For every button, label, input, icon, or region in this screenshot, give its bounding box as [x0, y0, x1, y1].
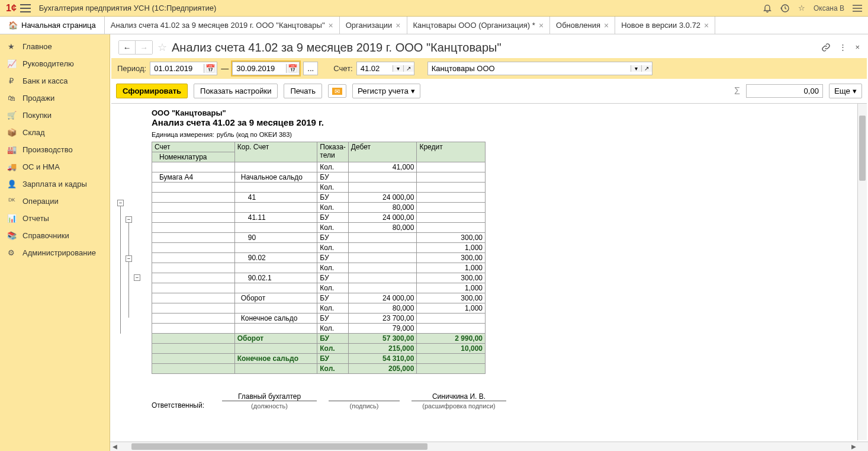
tree-collapse-icon[interactable]: −	[134, 274, 140, 281]
sidebar-item-label: Покупки	[22, 111, 52, 120]
person-icon: 👤	[7, 180, 15, 188]
user-label[interactable]: Оксана В	[814, 4, 844, 12]
close-icon[interactable]: ×	[396, 21, 400, 30]
chevron-down-icon: ▾	[411, 87, 415, 95]
chevron-down-icon[interactable]: ▾	[631, 65, 641, 72]
table-row[interactable]: Кол.1,000	[152, 283, 486, 293]
sidebar-item-main[interactable]: ★Главное	[0, 38, 110, 55]
table-row[interactable]: 41.11БУ24 000,00	[152, 213, 486, 223]
nav-forward-button[interactable]: →	[136, 41, 152, 54]
report-title: Анализ счета 41.02 за 9 месяцев 2019 г.	[152, 117, 857, 127]
table-row[interactable]: Кол.80,000	[152, 203, 486, 213]
scrollbar-vertical[interactable]	[857, 104, 867, 440]
period-label: Период:	[117, 64, 146, 73]
table-row[interactable]: Кол.80,000	[152, 223, 486, 233]
form-button[interactable]: Сформировать	[116, 84, 188, 98]
account-field[interactable]: ▾ ↗	[356, 62, 414, 75]
calendar-icon[interactable]: 📅	[286, 64, 299, 73]
scrollbar-horizontal[interactable]: ◄ ►	[110, 442, 868, 451]
table-row[interactable]: Конечное сальдоБУ23 700,00	[152, 314, 486, 324]
sidebar-item-bank[interactable]: ₽Банк и касса	[0, 72, 110, 89]
close-icon[interactable]: ×	[855, 43, 860, 52]
topbar: 1¢ Бухгалтерия предприятия УСН (1С:Предп…	[0, 0, 868, 17]
tab-new-version[interactable]: Новое в версии 3.0.72 ×	[615, 17, 715, 34]
tab-updates[interactable]: Обновления ×	[550, 17, 615, 34]
sidebar-item-hr[interactable]: 👤Зарплата и кадры	[0, 175, 110, 193]
calendar-icon[interactable]: 📅	[204, 64, 217, 73]
tree-collapse-icon[interactable]: −	[126, 216, 132, 223]
menu-icon[interactable]	[20, 4, 31, 12]
tree-collapse-icon[interactable]: −	[117, 200, 124, 206]
open-icon[interactable]: ↗	[403, 65, 414, 72]
close-icon[interactable]: ×	[329, 21, 333, 30]
tab-label: Анализ счета 41.02 за 9 месяцев 2019 г. …	[111, 21, 325, 30]
close-icon[interactable]: ×	[539, 21, 544, 30]
tab-analysis[interactable]: Анализ счета 41.02 за 9 месяцев 2019 г. …	[105, 17, 340, 34]
col-nomenclature: Номенклатура	[152, 152, 235, 162]
dash: —	[221, 64, 229, 73]
close-icon[interactable]: ×	[704, 21, 709, 30]
sum-input[interactable]	[746, 84, 823, 98]
envelope-icon: ✉	[332, 88, 342, 95]
sidebar-item-operations[interactable]: ᴰᴷОперации	[0, 193, 110, 210]
table-row[interactable]: ОборотБУ24 000,00300,00	[152, 293, 486, 303]
date-from-field[interactable]: 📅	[150, 62, 217, 75]
toolbar: Сформировать Показать настройки Печать ✉…	[110, 79, 868, 103]
sidebar-item-assets[interactable]: 🚚ОС и НМА	[0, 158, 110, 175]
table-row[interactable]: Кол.41,000	[152, 162, 486, 172]
tab-home[interactable]: 🏠 Начальная страница	[0, 17, 105, 34]
settings-button[interactable]: Показать настройки	[194, 84, 278, 98]
more-button[interactable]: Еще ▾	[829, 84, 862, 98]
tree-collapse-icon[interactable]: −	[126, 255, 132, 262]
date-to-field[interactable]: 📅	[232, 62, 300, 75]
chevron-down-icon[interactable]: ▾	[393, 65, 403, 72]
table-row[interactable]: Кол.79,000	[152, 324, 486, 334]
account-input[interactable]	[357, 62, 393, 75]
col-indicators: Показа-тели	[317, 142, 349, 162]
table-row[interactable]: 90.02.1БУ300,00	[152, 273, 486, 283]
email-button[interactable]: ✉	[328, 84, 346, 98]
sidebar-item-manager[interactable]: 📈Руководителю	[0, 55, 110, 72]
table-row[interactable]: 41БУ24 000,00	[152, 193, 486, 203]
favorite-icon[interactable]: ☆	[157, 41, 167, 54]
tab-org-card[interactable]: Канцтовары ООО (Организация) * ×	[407, 17, 551, 34]
period-select-button[interactable]: ...	[303, 62, 318, 75]
scroll-right-icon[interactable]: ►	[849, 442, 859, 451]
scroll-left-icon[interactable]: ◄	[110, 442, 120, 451]
table-row[interactable]: Кол.1,000	[152, 263, 486, 273]
nav-back-button[interactable]: ←	[119, 41, 136, 54]
sidebar-item-label: Производство	[22, 145, 73, 154]
table-row[interactable]: Кол.80,0001,000	[152, 303, 486, 314]
sidebar-item-purchases[interactable]: 🛒Покупки	[0, 107, 110, 124]
tabs-row: 🏠 Начальная страница Анализ счета 41.02 …	[0, 17, 868, 34]
tab-organizations[interactable]: Организации ×	[340, 17, 407, 34]
sidebar-item-reports[interactable]: 📊Отчеты	[0, 210, 110, 227]
star-icon[interactable]: ☆	[798, 4, 805, 12]
ruble-icon: ₽	[7, 76, 15, 85]
close-icon[interactable]: ×	[604, 21, 609, 30]
date-to-input[interactable]	[233, 62, 286, 75]
table-row[interactable]: Кол.	[152, 183, 486, 193]
table-row[interactable]: 90БУ300,00	[152, 233, 486, 243]
sidebar-item-directories[interactable]: 📚Справочники	[0, 227, 110, 244]
table-total-row: Кол.215,00010,000	[152, 344, 486, 354]
table-row[interactable]: Кол.1,000	[152, 243, 486, 253]
open-icon[interactable]: ↗	[641, 65, 652, 72]
sidebar-item-admin[interactable]: ⚙Администрирование	[0, 244, 110, 261]
bell-icon[interactable]	[763, 4, 772, 13]
table-row[interactable]: 90.02БУ300,00	[152, 253, 486, 263]
register-button[interactable]: Регистр учета ▾	[352, 84, 420, 98]
print-button[interactable]: Печать	[284, 84, 322, 98]
sidebar-item-warehouse[interactable]: 📦Склад	[0, 124, 110, 141]
sidebar-item-label: Справочники	[22, 231, 69, 240]
sidebar-item-production[interactable]: 🏭Производство	[0, 141, 110, 158]
panel-icon[interactable]	[853, 5, 862, 12]
history-icon[interactable]	[780, 4, 790, 13]
date-from-input[interactable]	[150, 62, 204, 75]
link-icon[interactable]	[821, 43, 831, 52]
org-input[interactable]	[428, 62, 631, 75]
org-field[interactable]: ▾ ↗	[427, 62, 652, 75]
kebab-icon[interactable]: ⋮	[839, 43, 847, 52]
table-row[interactable]: Бумага А4Начальное сальдоБУ	[152, 172, 486, 183]
sidebar-item-sales[interactable]: 🛍Продажи	[0, 89, 110, 107]
